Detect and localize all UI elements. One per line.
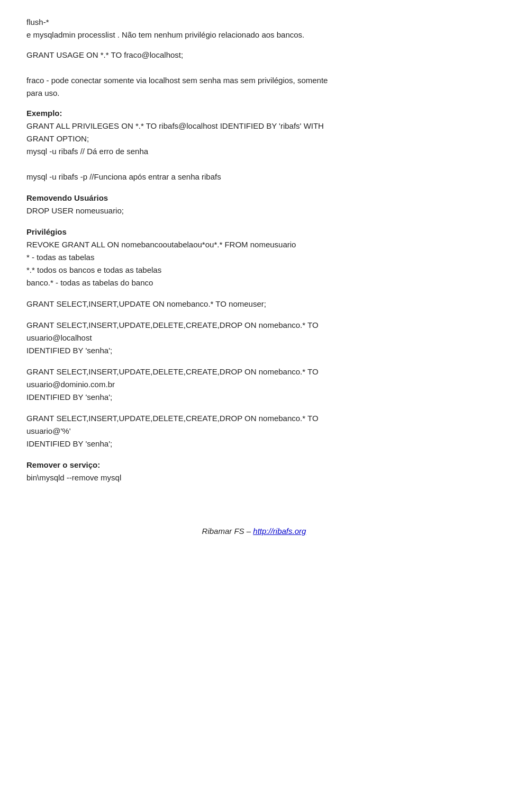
footer-link[interactable]: http://ribafs.org xyxy=(253,527,306,536)
footer: Ribamar FS – http://ribafs.org xyxy=(26,527,482,536)
flush-line2: e mysqladmin processlist . Não tem nenhu… xyxy=(26,30,304,39)
grant-select3-line2: usuario@dominio.com.br xyxy=(26,380,115,389)
grant-select2-line3: IDENTIFIED BY 'senha'; xyxy=(26,346,112,355)
remover-servico-section: Remover o serviço: bin\mysqld --remove m… xyxy=(26,459,482,484)
removendo-heading: Removendo Usuários xyxy=(26,193,108,202)
exemplo-heading: Exemplo: xyxy=(26,109,62,118)
remover-heading: Remover o serviço: xyxy=(26,460,100,469)
grant-select4-line3: IDENTIFIED BY 'senha'; xyxy=(26,439,112,448)
mysql-funciona-line: mysql -u ribafs -p //Funciona após entra… xyxy=(26,172,221,181)
grant-all-line2: GRANT OPTION; xyxy=(26,134,89,143)
todas-tabelas-line: * - todas as tabelas xyxy=(26,253,94,262)
revoke-line: REVOKE GRANT ALL ON nomebancooutabelaou*… xyxy=(26,240,296,249)
grant-select4-section: GRANT SELECT,INSERT,UPDATE,DELETE,CREATE… xyxy=(26,412,482,450)
banco-tabelas-line: banco.* - todas as tabelas do banco xyxy=(26,278,153,287)
remove-mysql-line: bin\mysqld --remove mysql xyxy=(26,473,121,482)
grant-all-line1: GRANT ALL PRIVILEGES ON *.* TO ribafs@lo… xyxy=(26,121,324,130)
grant-select2-section: GRANT SELECT,INSERT,UPDATE,DELETE,CREATE… xyxy=(26,319,482,357)
privilegios-section: Privilégios REVOKE GRANT ALL ON nomebanc… xyxy=(26,226,482,289)
grant-select3-line3: IDENTIFIED BY 'senha'; xyxy=(26,392,112,401)
mysql-error-line: mysql -u ribafs // Dá erro de senha xyxy=(26,147,148,156)
grant-select2-line1: GRANT SELECT,INSERT,UPDATE,DELETE,CREATE… xyxy=(26,320,319,329)
exemplo-section: Exemplo: GRANT ALL PRIVILEGES ON *.* TO … xyxy=(26,107,482,183)
todos-bancos-line: *.* todos os bancos e todas as tabelas xyxy=(26,265,161,274)
fraco-line1: fraco - pode conectar somente via localh… xyxy=(26,76,328,85)
removendo-usuarios-section: Removendo Usuários DROP USER nomeusuario… xyxy=(26,192,482,217)
main-content: flush-* e mysqladmin processlist . Não t… xyxy=(26,16,482,484)
grant-select1-section: GRANT SELECT,INSERT,UPDATE ON nomebanco.… xyxy=(26,298,482,310)
drop-user-line: DROP USER nomeusuario; xyxy=(26,206,124,215)
flush-line1: flush-* xyxy=(26,17,49,26)
grant-usage-section: GRANT USAGE ON *.* TO fraco@localhost; f… xyxy=(26,49,482,100)
grant-select3-line1: GRANT SELECT,INSERT,UPDATE,DELETE,CREATE… xyxy=(26,367,319,376)
grant-select4-line2: usuario@'%' xyxy=(26,426,71,435)
grant-select4-line1: GRANT SELECT,INSERT,UPDATE,DELETE,CREATE… xyxy=(26,414,319,423)
grant-select2-line2: usuario@localhost xyxy=(26,333,92,342)
grant-select1-line: GRANT SELECT,INSERT,UPDATE ON nomebanco.… xyxy=(26,299,266,308)
footer-text: Ribamar FS – xyxy=(202,527,253,536)
privilegios-heading: Privilégios xyxy=(26,227,67,236)
grant-select3-section: GRANT SELECT,INSERT,UPDATE,DELETE,CREATE… xyxy=(26,365,482,404)
fraco-line2: para uso. xyxy=(26,88,60,97)
grant-usage-line: GRANT USAGE ON *.* TO fraco@localhost; xyxy=(26,50,183,59)
flush-section: flush-* e mysqladmin processlist . Não t… xyxy=(26,16,482,41)
